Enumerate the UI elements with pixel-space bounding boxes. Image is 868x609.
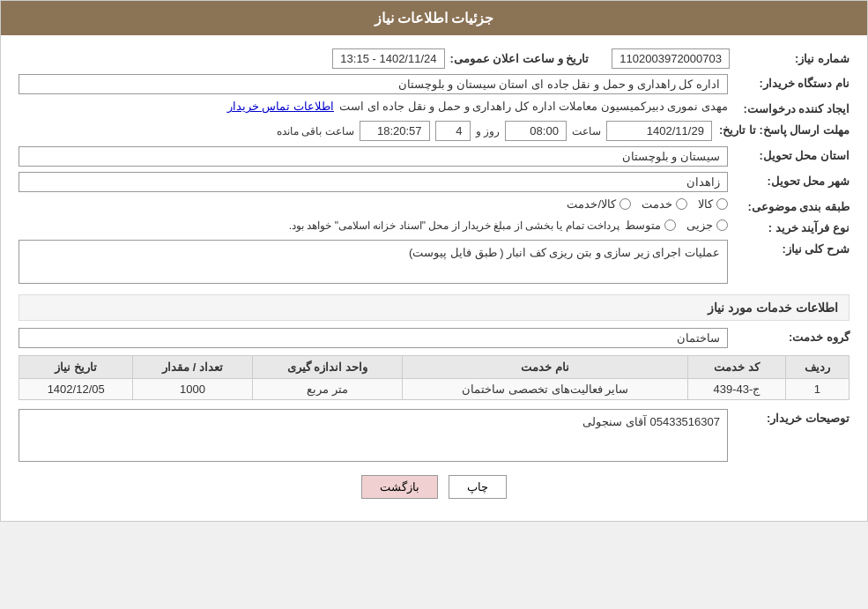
description-value: عملیات اجرای زیر سازی و بتن ریزی کف انبا… [19, 240, 728, 284]
page-title: جزئیات اطلاعات نیاز [375, 11, 494, 26]
category-option-service: خدمت [642, 197, 687, 211]
category-option-both: کالا/خدمت [567, 197, 631, 211]
print-button[interactable]: چاپ [449, 475, 507, 499]
buttons-row: چاپ بازگشت [19, 475, 849, 499]
purchase-type-radio-partial[interactable] [716, 219, 728, 231]
table-cell-name: سایر فعالیت‌های تخصصی ساختمان [403, 379, 688, 400]
purchase-type-row: نوع فرآیند خرید : جزیی متوسط پرداخت تمام… [19, 219, 849, 234]
delivery-city-row: شهر محل تحویل: زاهدان [19, 172, 849, 192]
category-radio-service[interactable] [676, 198, 687, 210]
category-row: طبقه بندی موضوعی: کالا خدمت کالا/خدمت [19, 197, 849, 213]
category-service-label: خدمت [642, 197, 672, 211]
table-cell-row: 1 [785, 379, 849, 400]
services-section-title: اطلاعات خدمات مورد نیاز [19, 294, 849, 321]
category-radio-group: کالا خدمت کالا/خدمت [19, 197, 728, 211]
purchase-type-radio-medium[interactable] [664, 219, 676, 231]
delivery-province-label: استان محل تحویل: [735, 146, 849, 162]
response-days-label: روز و [476, 125, 500, 137]
buyer-notes-value: 05433516307 آقای سنجولی [19, 409, 728, 462]
delivery-city-label: شهر محل تحویل: [735, 172, 849, 188]
announcement-date-label: تاریخ و ساعت اعلان عمومی: [450, 52, 590, 65]
description-label: شرح کلی نیاز: [735, 240, 849, 256]
services-table: ردیف کد خدمت نام خدمت واحد اندازه گیری ت… [19, 355, 849, 400]
category-both-label: کالا/خدمت [567, 197, 616, 211]
response-deadline-label: مهلت ارسال پاسخ: تا تاریخ: [719, 121, 849, 137]
response-date: 1402/11/29 [606, 121, 712, 141]
response-time-label: ساعت [572, 125, 601, 137]
content-area: شماره نیاز: 1102003972000703 تاریخ و ساع… [1, 35, 867, 521]
back-button[interactable]: بازگشت [361, 475, 438, 499]
delivery-province-row: استان محل تحویل: سیستان و بلوچستان [19, 146, 849, 167]
table-cell-date: 1402/12/05 [19, 379, 133, 400]
col-header-row: ردیف [785, 356, 849, 379]
need-number-row: شماره نیاز: 1102003972000703 تاریخ و ساع… [19, 48, 849, 69]
buyer-org-value: اداره کل راهداری و حمل و نقل جاده ای است… [19, 74, 728, 94]
creator-value: مهدی نموری دبیرکمیسیون معاملات اداره کل … [339, 100, 728, 113]
category-radio-both[interactable] [619, 198, 631, 210]
service-group-row: گروه خدمت: ساختمان [19, 328, 849, 348]
response-remaining: 18:20:57 [360, 121, 430, 141]
buyer-notes-row: توصیحات خریدار: 05433516307 آقای سنجولی [19, 409, 849, 462]
purchase-type-partial-label: جزیی [686, 219, 713, 232]
purchase-type-medium-label: متوسط [625, 219, 661, 232]
purchase-type-label: نوع فرآیند خرید : [735, 219, 849, 234]
buyer-org-row: نام دستگاه خریدار: اداره کل راهداری و حم… [19, 74, 849, 94]
description-row: شرح کلی نیاز: عملیات اجرای زیر سازی و بت… [19, 240, 849, 284]
response-deadline-row: مهلت ارسال پاسخ: تا تاریخ: 1402/11/29 سا… [19, 121, 849, 141]
col-header-name: نام خدمت [403, 356, 688, 379]
response-days: 4 [435, 121, 471, 141]
table-cell-unit: متر مربع [252, 379, 403, 400]
col-header-date: تاریخ نیاز [19, 356, 133, 379]
buyer-notes-label: توصیحات خریدار: [735, 409, 849, 425]
table-cell-quantity: 1000 [133, 379, 252, 400]
col-header-unit: واحد اندازه گیری [252, 356, 403, 379]
category-radio-goods[interactable] [716, 198, 728, 210]
delivery-city-value: زاهدان [19, 172, 728, 192]
announcement-date-value: 1402/11/24 - 13:15 [332, 48, 444, 69]
category-goods-label: کالا [698, 197, 713, 211]
buyer-org-label: نام دستگاه خریدار: [735, 74, 849, 90]
col-header-quantity: تعداد / مقدار [133, 356, 252, 379]
need-number-label: شماره نیاز: [735, 52, 849, 65]
purchase-type-radio-group: جزیی متوسط [625, 219, 728, 232]
creator-link[interactable]: اطلاعات تماس خریدار [227, 100, 334, 113]
page-header: جزئیات اطلاعات نیاز [1, 1, 867, 35]
col-header-code: کد خدمت [688, 356, 785, 379]
service-group-value: ساختمان [19, 328, 728, 348]
category-label: طبقه بندی موضوعی: [735, 197, 849, 213]
need-number-value: 1102003972000703 [612, 48, 730, 69]
creator-row: ایجاد کننده درخواست: مهدی نموری دبیرکمیس… [19, 100, 849, 115]
purchase-type-medium: متوسط [625, 219, 676, 232]
delivery-province-value: سیستان و بلوچستان [19, 146, 728, 167]
response-time: 08:00 [505, 121, 567, 141]
page-wrapper: جزئیات اطلاعات نیاز شماره نیاز: 11020039… [0, 0, 868, 522]
purchase-type-note: پرداخت تمام یا بخشی از مبلغ خریدار از مح… [289, 219, 619, 232]
category-option-goods: کالا [698, 197, 728, 211]
creator-label: ایجاد کننده درخواست: [735, 100, 849, 115]
table-row: 1ج-43-439سایر فعالیت‌های تخصصی ساختمانمت… [19, 379, 849, 400]
purchase-type-partial: جزیی [686, 219, 728, 232]
table-cell-code: ج-43-439 [688, 379, 785, 400]
service-group-label: گروه خدمت: [735, 328, 849, 344]
response-remaining-label: ساعت باقی مانده [277, 125, 354, 137]
